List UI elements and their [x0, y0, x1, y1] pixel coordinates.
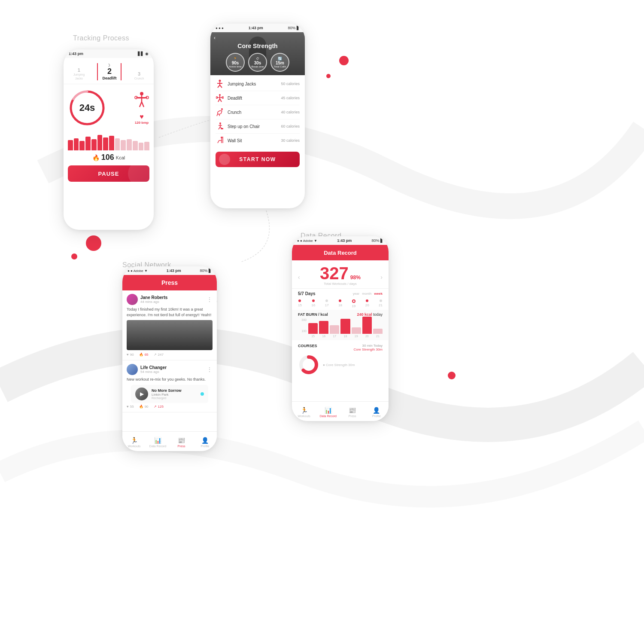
fire-action-1[interactable]: 🔥 65	[139, 353, 149, 357]
music-online-dot	[200, 392, 204, 396]
exercise-icons: ♥ 120 bmp	[134, 92, 149, 125]
tab-week[interactable]: week	[374, 292, 383, 296]
date-19: 19	[352, 299, 355, 308]
nav-profile-data[interactable]: 👤 Profile	[365, 405, 389, 418]
wall-sit-icon	[216, 136, 224, 145]
courses-chart	[298, 354, 319, 375]
tab-year[interactable]: year	[353, 292, 360, 296]
post-actions-1: ♥ 90 🔥 65 ↗ 247	[127, 353, 213, 357]
start-now-button[interactable]: START NOW	[216, 152, 300, 167]
status-bar-core: ● ● ● 1:43 pm 80% ▋	[210, 24, 305, 32]
svg-point-26	[219, 122, 221, 124]
post-actions-2: ♥ 55 🔥 90 ↗ 125	[127, 405, 213, 409]
data-record-bottom-nav: 🏃 Workouts 📊 Data Record 📰 Press 👤 Profi…	[292, 401, 389, 421]
date-17: 17	[325, 299, 329, 308]
decorative-dot-3	[86, 235, 101, 251]
svg-line-21	[218, 99, 220, 102]
back-arrow[interactable]: ‹	[214, 35, 216, 41]
svg-point-23	[221, 108, 223, 110]
step-3: 3 Crunch	[134, 71, 144, 80]
nav-workouts-data[interactable]: 🏃 Workouts	[292, 405, 316, 418]
core-hero-image: Core Strength 🏃 90s Active time ⏱ 30s Br…	[210, 32, 305, 75]
svg-line-29	[219, 127, 220, 129]
stat-total-calib: 🔄 15m Total Calib	[270, 53, 289, 72]
date-15: 15	[298, 299, 302, 308]
heart-action-1[interactable]: ♥ 90	[127, 353, 134, 357]
data-nav-left[interactable]: ‹	[298, 274, 300, 281]
music-player: ▶ No More Sorrow Linkin Park Recharged	[131, 385, 208, 403]
data-main-stats: ‹ 327 98% Total Workouts / days ›	[292, 260, 389, 289]
post-user-row-2: Life Changer 54 mins ago ⋮	[127, 364, 213, 375]
exercise-step-up: Step up on Chair 60 calories	[216, 119, 300, 134]
svg-point-3	[140, 92, 143, 95]
svg-rect-31	[221, 128, 223, 129]
fire-action-2[interactable]: 🔥 90	[139, 405, 149, 409]
svg-point-11	[219, 80, 221, 82]
timer-row: 24s	[68, 89, 149, 127]
post-jane-roberts: Jane Roberts 44 mins ago ⋮ Today I finis…	[122, 290, 217, 360]
post-more-1[interactable]: ⋮	[207, 296, 213, 303]
crunch-icon	[216, 108, 224, 116]
date-18: 18	[338, 299, 342, 308]
nav-data-record-active[interactable]: 📊 Data Record	[316, 405, 340, 418]
decorative-dot-2	[326, 74, 331, 78]
svg-line-24	[217, 114, 218, 116]
svg-point-32	[221, 137, 222, 138]
press-bottom-nav: 🏃 Workouts 📊 Data Record 📰 Press 👤 Profi…	[122, 431, 217, 451]
status-time: 1:43 pm	[69, 52, 83, 56]
workouts-icon: 🏃	[131, 437, 138, 444]
circle-timer: 24s	[68, 89, 106, 127]
svg-point-16	[219, 94, 221, 96]
decorative-dot-4	[71, 253, 77, 259]
status-bar-tracking: 1:43 pm ▋▋ ◉	[64, 49, 154, 58]
status-icons: ▋▋ ◉	[138, 52, 149, 56]
exercise-deadlift: Deadlift 45 calories	[216, 91, 300, 105]
post-image-1	[127, 320, 213, 350]
step-2-active: ❯ 2 Deadlift	[97, 63, 122, 80]
decorative-dot-1	[339, 56, 349, 65]
svg-line-15	[220, 85, 222, 88]
nav-workouts-press[interactable]: 🏃 Workouts	[122, 435, 146, 448]
date-21: 21	[379, 299, 383, 308]
step-up-icon	[216, 122, 224, 131]
share-action-2[interactable]: ↗ 125	[154, 405, 164, 409]
tracking-phone: 1:43 pm ▋▋ ◉ 1 JumpingJacks ❯ 2 Deadlift…	[64, 49, 154, 230]
tracking-body: 24s	[64, 84, 154, 186]
activity-bar-chart	[68, 133, 149, 150]
time-tabs: year month week	[353, 292, 383, 296]
post-text-1: Today I finished my first 10km! It was a…	[127, 307, 213, 317]
tab-month[interactable]: month	[362, 292, 371, 296]
svg-line-22	[220, 99, 222, 102]
share-action-1[interactable]: ↗ 247	[154, 353, 164, 357]
nav-press-active[interactable]: 📰 Press	[170, 435, 193, 448]
data-nav-right[interactable]: ›	[380, 274, 383, 281]
pause-button[interactable]: PAUSE	[68, 165, 149, 182]
avatar-jane	[127, 294, 138, 305]
nav-data-record-press[interactable]: 📊 Data Record	[146, 435, 170, 448]
week-dates: 15 16 17 18 19 20 21	[292, 299, 389, 310]
svg-line-9	[140, 102, 142, 107]
exercise-wall-sit: Wall Sit 30 calories	[216, 134, 300, 147]
press-phone: ● ● Adobe ▼ 1:43 pm 80% ▋ Press Jane Rob…	[122, 266, 217, 451]
core-stats: 🏃 90s Active time ⏱ 30s Break time 🔄 15m…	[226, 53, 289, 72]
avatar-life	[127, 364, 138, 375]
music-thumbnail: ▶	[135, 388, 148, 400]
courses-section: COURSES 30 min Today Core Strength 30m	[292, 342, 389, 353]
step-1: 1 JumpingJacks	[73, 67, 85, 80]
post-more-2[interactable]: ⋮	[207, 366, 213, 373]
jumping-jacks-icon	[216, 79, 224, 88]
data-record-phone: ● ● Adobe ▼ 1:43 pm 80% ▋ Data Record ‹ …	[292, 236, 389, 421]
press-nav-data-icon: 📰	[349, 407, 356, 414]
date-16: 16	[311, 299, 315, 308]
decorative-dot-5	[448, 372, 456, 379]
heart-action-2[interactable]: ♥ 55	[127, 405, 134, 409]
nav-profile-press[interactable]: 👤 Profile	[193, 435, 217, 448]
profile-icon: 👤	[201, 437, 209, 444]
kcal-display: 🔥 106 Kcal	[92, 153, 125, 162]
nav-press-data[interactable]: 📰 Press	[340, 405, 365, 418]
data-record-header: Data Record	[292, 245, 389, 260]
status-bar-press: ● ● Adobe ▼ 1:43 pm 80% ▋	[122, 266, 217, 275]
fat-burn-section: FAT BURN / kcal 240 kcal today 300 100 1…	[292, 310, 389, 340]
date-20: 20	[365, 299, 369, 308]
svg-line-10	[142, 102, 144, 107]
